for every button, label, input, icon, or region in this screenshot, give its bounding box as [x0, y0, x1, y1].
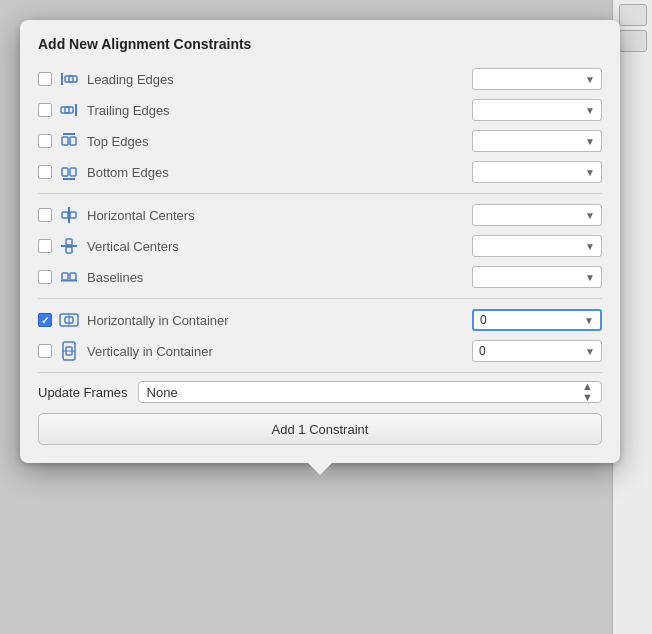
dropdown-arrow-trailing-edges: ▼ — [585, 105, 595, 116]
icon-leading-edges — [58, 68, 80, 90]
svg-rect-9 — [63, 178, 75, 180]
update-frames-row: Update Frames None ▲ ▼ — [38, 381, 602, 403]
dropdown-arrow-baselines: ▼ — [585, 272, 595, 283]
update-frames-label: Update Frames — [38, 385, 128, 400]
svg-rect-3 — [75, 104, 77, 116]
checkbox-vertically-in-container[interactable] — [38, 344, 52, 358]
dropdown-bottom-edges[interactable]: ▼ — [472, 161, 602, 183]
svg-rect-25 — [63, 350, 75, 352]
checkbox-horizontally-in-container[interactable] — [38, 313, 52, 327]
constraint-row-horizontally-in-container: Horizontally in Container0▼ — [38, 307, 602, 333]
svg-rect-6 — [63, 133, 75, 135]
icon-bottom-edges — [58, 161, 80, 183]
dropdown-top-edges[interactable]: ▼ — [472, 130, 602, 152]
update-frames-arrows: ▲ ▼ — [582, 381, 593, 403]
icon-trailing-edges — [58, 99, 80, 121]
label-horizontal-centers: Horizontal Centers — [87, 208, 472, 223]
dropdown-value-vertically-in-container: 0 — [479, 344, 486, 358]
label-horizontally-in-container: Horizontally in Container — [87, 313, 472, 328]
label-top-edges: Top Edges — [87, 134, 472, 149]
divider — [38, 372, 602, 373]
update-frames-dropdown[interactable]: None ▲ ▼ — [138, 381, 602, 403]
constraint-row-trailing-edges: Trailing Edges▼ — [38, 97, 602, 123]
dropdown-vertically-in-container[interactable]: 0▼ — [472, 340, 602, 362]
dropdown-horizontal-centers[interactable]: ▼ — [472, 204, 602, 226]
svg-rect-20 — [70, 273, 76, 280]
svg-rect-14 — [70, 212, 76, 218]
svg-rect-16 — [66, 239, 72, 245]
checkbox-leading-edges[interactable] — [38, 72, 52, 86]
panel-button-1[interactable] — [619, 4, 647, 26]
dropdown-arrow-leading-edges: ▼ — [585, 74, 595, 85]
dropdown-vertical-centers[interactable]: ▼ — [472, 235, 602, 257]
dropdown-leading-edges[interactable]: ▼ — [472, 68, 602, 90]
icon-top-edges — [58, 130, 80, 152]
constraint-row-baselines: Baselines▼ — [38, 264, 602, 290]
checkbox-baselines[interactable] — [38, 270, 52, 284]
panel-button-2[interactable] — [619, 30, 647, 52]
checkbox-vertical-centers[interactable] — [38, 239, 52, 253]
label-baselines: Baselines — [87, 270, 472, 285]
dropdown-trailing-edges[interactable]: ▼ — [472, 99, 602, 121]
constraint-row-vertically-in-container: Vertically in Container0▼ — [38, 338, 602, 364]
checkbox-top-edges[interactable] — [38, 134, 52, 148]
group-divider-0 — [38, 193, 602, 194]
svg-rect-13 — [62, 212, 68, 218]
dropdown-horizontally-in-container[interactable]: 0▼ — [472, 309, 602, 331]
svg-rect-7 — [62, 137, 68, 145]
constraint-row-top-edges: Top Edges▼ — [38, 128, 602, 154]
alignment-constraints-popup: Add New Alignment Constraints Leading Ed… — [20, 20, 620, 463]
group-divider-1 — [38, 298, 602, 299]
svg-rect-10 — [62, 168, 68, 176]
popup-title: Add New Alignment Constraints — [38, 36, 602, 52]
checkbox-bottom-edges[interactable] — [38, 165, 52, 179]
svg-rect-11 — [70, 168, 76, 176]
constraint-row-bottom-edges: Bottom Edges▼ — [38, 159, 602, 185]
add-constraint-label: Add 1 Constraint — [272, 422, 369, 437]
dropdown-arrow-vertical-centers: ▼ — [585, 241, 595, 252]
svg-rect-19 — [62, 273, 68, 280]
icon-baselines — [58, 266, 80, 288]
label-vertically-in-container: Vertically in Container — [87, 344, 472, 359]
svg-rect-8 — [70, 137, 76, 145]
dropdown-arrow-horizontal-centers: ▼ — [585, 210, 595, 221]
checkbox-horizontal-centers[interactable] — [38, 208, 52, 222]
checkbox-trailing-edges[interactable] — [38, 103, 52, 117]
add-constraint-button[interactable]: Add 1 Constraint — [38, 413, 602, 445]
update-frames-value: None — [147, 385, 178, 400]
svg-rect-22 — [68, 314, 70, 326]
constraint-row-vertical-centers: Vertical Centers▼ — [38, 233, 602, 259]
icon-horizontal-centers — [58, 204, 80, 226]
label-vertical-centers: Vertical Centers — [87, 239, 472, 254]
label-bottom-edges: Bottom Edges — [87, 165, 472, 180]
icon-vertical-centers — [58, 235, 80, 257]
icon-horizontally-in-container — [58, 309, 80, 331]
svg-rect-0 — [61, 73, 63, 85]
constraint-row-horizontal-centers: Horizontal Centers▼ — [38, 202, 602, 228]
svg-rect-17 — [66, 247, 72, 253]
constraints-container: Leading Edges▼ Trailing Edges▼ Top Edges… — [38, 66, 602, 364]
dropdown-value-horizontally-in-container: 0 — [480, 313, 487, 327]
dropdown-arrow-horizontally-in-container: ▼ — [584, 315, 594, 326]
dropdown-arrow-top-edges: ▼ — [585, 136, 595, 147]
dropdown-arrow-vertically-in-container: ▼ — [585, 346, 595, 357]
dropdown-baselines[interactable]: ▼ — [472, 266, 602, 288]
icon-vertically-in-container — [58, 340, 80, 362]
label-leading-edges: Leading Edges — [87, 72, 472, 87]
label-trailing-edges: Trailing Edges — [87, 103, 472, 118]
constraint-row-leading-edges: Leading Edges▼ — [38, 66, 602, 92]
dropdown-arrow-bottom-edges: ▼ — [585, 167, 595, 178]
